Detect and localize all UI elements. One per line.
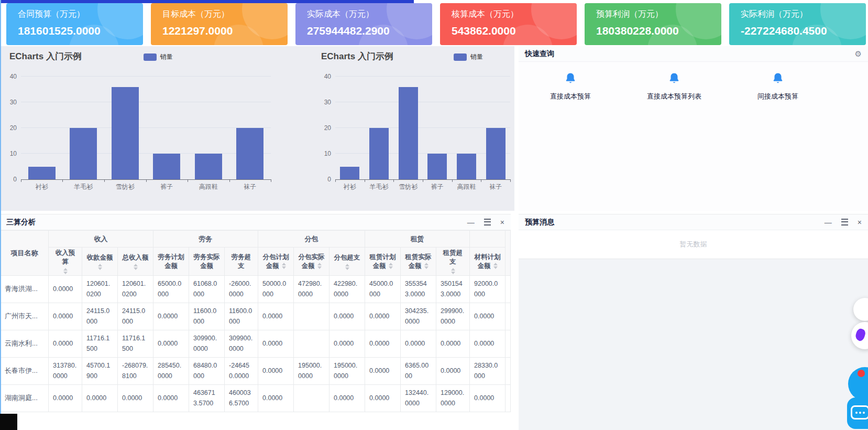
axis-tick xyxy=(423,179,423,182)
sort-carets-icon[interactable] xyxy=(389,263,393,269)
sort-carets-icon[interactable] xyxy=(63,268,68,274)
project-name-cell: 青海洪湖... xyxy=(1,276,49,303)
legend-swatch-icon xyxy=(144,53,157,61)
quick-query-item[interactable]: 间接成本预算 xyxy=(726,71,830,101)
sort-carets-icon[interactable] xyxy=(98,264,102,270)
table-cell: 0.0000 xyxy=(82,385,118,412)
bar[interactable] xyxy=(486,128,506,179)
column-header[interactable]: 租赁实际金额 xyxy=(401,248,436,276)
table-row: 湖南洞庭...0.00000.00000.00000.00004636713.5… xyxy=(1,385,511,412)
y-axis-tick-label: 40 xyxy=(314,73,331,80)
table-cell: 0.0000 xyxy=(470,385,506,412)
table-cell: 11600.0000 xyxy=(225,303,258,330)
x-axis-label: 羊毛衫 xyxy=(365,182,394,191)
x-axis-label: 裤子 xyxy=(423,182,452,191)
notification-badge xyxy=(858,370,865,377)
table-cell: 0.0000 xyxy=(329,330,365,358)
table-cell: 0.0000 xyxy=(49,330,82,358)
column-group-header: 劳务 xyxy=(153,231,258,248)
bar[interactable] xyxy=(369,128,389,179)
bar[interactable] xyxy=(28,167,56,180)
sort-carets-icon[interactable] xyxy=(424,263,428,269)
logo-icon xyxy=(854,328,866,342)
bar[interactable] xyxy=(112,87,139,179)
bell-icon xyxy=(726,71,830,85)
sort-carets-icon[interactable] xyxy=(493,263,498,269)
column-header[interactable]: 分包超支 xyxy=(329,248,365,276)
chart-plot: 010203040 xyxy=(21,77,271,180)
x-axis-label: 羊毛衫 xyxy=(63,182,105,191)
table-cell: 45000.0000 xyxy=(365,276,401,303)
quick-query-items: 直接成本预算直接成本预算列表间接成本预算 xyxy=(519,71,868,101)
table-cell: 4636713.5700 xyxy=(189,385,225,412)
axis-tick xyxy=(229,179,230,182)
sort-carets-icon[interactable] xyxy=(345,264,349,270)
sansuan-panel: 三算分析 — × 项目名称收入劳务分包租赁收入预算收款金额总收入额劳务计划金额劳… xyxy=(0,214,511,430)
sort-carets-icon[interactable] xyxy=(134,264,138,270)
table-cell: 0.0000 xyxy=(329,303,365,330)
kpi-card-label: 目标成本（万元） xyxy=(162,9,288,20)
minimize-icon[interactable]: — xyxy=(825,219,832,226)
close-icon[interactable]: × xyxy=(858,219,862,226)
axis-tick xyxy=(452,179,453,182)
table-cell: 45700.1900 xyxy=(82,358,118,385)
kpi-card-value: 1221297.0000 xyxy=(162,25,288,37)
x-axis-label: 高跟鞋 xyxy=(188,182,229,191)
quick-query-item-label: 直接成本预算列表 xyxy=(622,92,726,101)
message-button[interactable] xyxy=(847,397,868,429)
table-cell: 304235.0000 xyxy=(401,303,436,330)
gear-icon[interactable]: ⚙ xyxy=(855,49,862,59)
table-cell: 0.0000 xyxy=(49,385,82,412)
bar[interactable] xyxy=(340,167,359,180)
legend-label: 销量 xyxy=(160,52,173,61)
y-axis-tick-label: 40 xyxy=(0,73,17,80)
kpi-card-label: 合同预算（万元） xyxy=(18,9,143,20)
column-header[interactable]: 材料计划金额 xyxy=(470,248,506,276)
quick-query-item-label: 直接成本预算 xyxy=(519,92,622,101)
quick-query-item[interactable]: 直接成本预算列表 xyxy=(622,71,726,101)
column-header[interactable]: 收入预算 xyxy=(49,248,82,276)
table-cell: 65000.0000 xyxy=(153,276,189,303)
charts-panel: ECharts 入门示例销量010203040衬衫羊毛衫雪纺衫裤子高跟鞋袜子EC… xyxy=(0,46,514,211)
y-axis-tick-label: 30 xyxy=(0,99,17,106)
column-group-header: 收入 xyxy=(49,231,153,248)
table-cell: 0.0000 xyxy=(118,385,153,412)
bar[interactable] xyxy=(70,128,97,179)
y-axis-tick-label: 10 xyxy=(0,150,17,157)
bar[interactable] xyxy=(457,154,476,179)
bar[interactable] xyxy=(427,154,447,179)
menu-icon[interactable] xyxy=(484,219,491,225)
close-icon[interactable]: × xyxy=(500,219,504,226)
table-cell: 24115.0000 xyxy=(118,303,153,330)
panel-title: 三算分析 xyxy=(6,218,36,227)
minimize-icon[interactable]: — xyxy=(467,219,475,226)
column-header[interactable]: 分包计划金额 xyxy=(258,248,294,276)
menu-icon[interactable] xyxy=(841,219,848,225)
bar[interactable] xyxy=(153,154,180,179)
message-panel: 预算消息 — × 暂无数据 xyxy=(519,214,868,430)
column-header[interactable]: 收款金额 xyxy=(82,248,118,276)
bar[interactable] xyxy=(195,154,222,179)
table-cell: 28330.0000 xyxy=(470,358,506,385)
column-header[interactable]: 分包实际金额 xyxy=(294,248,329,276)
axis-tick xyxy=(188,179,188,182)
x-axis-label: 衬衫 xyxy=(21,182,63,191)
table-cell: 92000.0000 xyxy=(470,276,506,303)
bar[interactable] xyxy=(236,128,263,179)
sort-carets-icon[interactable] xyxy=(317,263,322,269)
kpi-card-label: 预算利润（万元） xyxy=(596,9,721,20)
sort-carets-icon[interactable] xyxy=(451,268,455,274)
column-header[interactable]: 租赁计划金额 xyxy=(365,248,401,276)
quick-query-item[interactable]: 直接成本预算 xyxy=(519,71,622,101)
chart-legend[interactable]: 销量 xyxy=(144,52,173,61)
kpi-card-label: 实际利润（万元） xyxy=(741,9,866,20)
column-header[interactable]: 租赁超支 xyxy=(436,248,470,276)
sort-carets-icon[interactable] xyxy=(282,263,286,269)
bar[interactable] xyxy=(399,87,418,179)
bar-chart: ECharts 入门示例销量010203040衬衫羊毛衫雪纺衫裤子高跟鞋袜子 xyxy=(312,46,514,211)
table-cell: 285450.0000 xyxy=(153,358,189,385)
table-cell: -268079.8100 xyxy=(118,358,153,385)
table-cell: 0.0000 xyxy=(365,330,401,358)
column-header[interactable]: 总收入额 xyxy=(118,248,153,276)
chart-legend[interactable]: 销量 xyxy=(454,52,483,61)
